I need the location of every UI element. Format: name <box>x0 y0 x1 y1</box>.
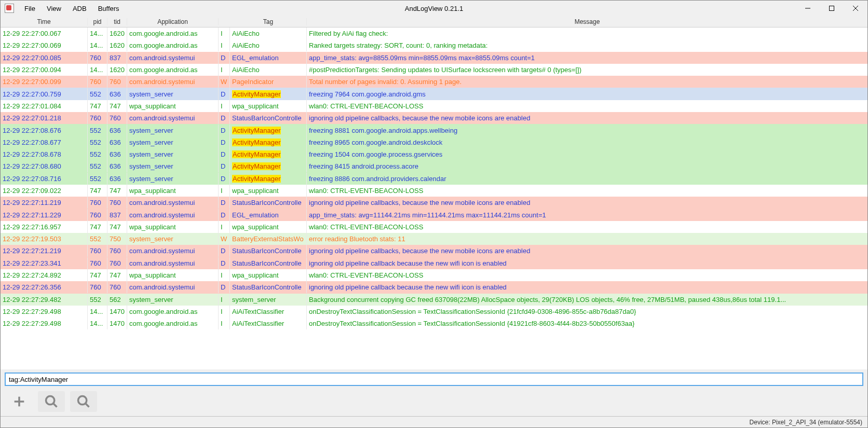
cell-pid: 760 <box>88 209 107 221</box>
title-bar: File View ADB Buffers AndLogView 0.21.1 <box>1 1 867 16</box>
table-row[interactable]: 12-29 22:27:01.218760760com.android.syst… <box>1 112 867 124</box>
cell-pid: 760 <box>88 112 107 124</box>
cell-tag: AiAiTextClassifier <box>230 317 307 329</box>
table-row[interactable]: 12-29 22:27:29.49814...1470com.google.an… <box>1 317 867 329</box>
col-msg[interactable]: Message <box>307 18 867 25</box>
cell-time: 12-29 22:27:23.341 <box>1 257 88 269</box>
cell-msg: app_time_stats: avg=8855.09ms min=8855.0… <box>307 52 867 64</box>
log-rows-container[interactable]: 12-29 22:27:00.06714...1620com.google.an… <box>1 27 867 369</box>
table-row[interactable]: 12-29 22:27:23.341760760com.android.syst… <box>1 257 867 269</box>
cell-level: I <box>219 185 230 197</box>
table-row[interactable]: 12-29 22:27:00.09414...1620com.google.an… <box>1 64 867 76</box>
table-row[interactable]: 12-29 22:27:08.676552636system_serverDAc… <box>1 124 867 136</box>
cell-tag: ActivityManager <box>230 160 307 172</box>
cell-msg: ignoring old pipeline callbacks, because… <box>307 197 867 209</box>
cell-tid: 760 <box>107 245 127 257</box>
table-row[interactable]: 12-29 22:27:09.022747747wpa_supplicantIw… <box>1 185 867 197</box>
cell-tid: 747 <box>107 269 127 281</box>
table-row[interactable]: 12-29 22:27:21.219760760com.android.syst… <box>1 245 867 257</box>
cell-tid: 747 <box>107 185 127 197</box>
cell-level: W <box>219 233 230 245</box>
col-app[interactable]: Application <box>127 18 219 25</box>
cell-pid: 552 <box>88 125 107 136</box>
table-row[interactable]: 12-29 22:27:29.49814...1470com.google.an… <box>1 306 867 317</box>
close-button[interactable] <box>844 1 867 16</box>
cell-time: 12-29 22:27:08.716 <box>1 173 88 185</box>
table-row[interactable]: 12-29 22:27:24.892747747wpa_supplicantIw… <box>1 269 867 281</box>
filter-bar <box>1 369 867 387</box>
cell-pid: 747 <box>88 185 107 197</box>
menu-file[interactable]: File <box>19 3 40 15</box>
cell-tag: ActivityManager <box>230 148 307 160</box>
cell-app: com.google.android.as <box>127 27 219 39</box>
svg-point-8 <box>78 396 87 405</box>
cell-time: 12-29 22:27:00.069 <box>1 39 88 51</box>
cell-tid: 750 <box>107 233 127 245</box>
menu-view[interactable]: View <box>42 3 66 15</box>
cell-time: 12-29 22:27:11.229 <box>1 209 88 221</box>
cell-msg: onDestroyTextClassificationSession = Tex… <box>307 306 867 317</box>
cell-msg: error reading Bluetooth stats: 11 <box>307 233 867 245</box>
cell-app: com.android.systemui <box>127 209 219 221</box>
search-button-2[interactable] <box>70 391 97 412</box>
cell-pid: 747 <box>88 269 107 281</box>
cell-time: 12-29 22:27:08.678 <box>1 148 88 160</box>
cell-time: 12-29 22:27:16.957 <box>1 221 88 233</box>
cell-app: wpa_supplicant <box>127 269 219 281</box>
cell-tag: wpa_supplicant <box>230 100 307 112</box>
col-pid[interactable]: pid <box>88 18 107 25</box>
table-row[interactable]: 12-29 22:27:08.678552636system_serverDAc… <box>1 148 867 160</box>
table-row[interactable]: 12-29 22:27:00.06914...1620com.google.an… <box>1 39 867 51</box>
search-button[interactable] <box>38 391 65 412</box>
table-row[interactable]: 12-29 22:27:08.677552636system_serverDAc… <box>1 136 867 148</box>
add-filter-button[interactable] <box>6 391 33 412</box>
table-row[interactable]: 12-29 22:27:11.229760837com.android.syst… <box>1 209 867 220</box>
cell-pid: 747 <box>88 221 107 233</box>
cell-time: 12-29 22:27:00.067 <box>1 27 88 39</box>
table-row[interactable]: 12-29 22:27:08.716552636system_serverDAc… <box>1 173 867 185</box>
cell-time: 12-29 22:27:29.482 <box>1 294 88 306</box>
col-tid[interactable]: tid <box>107 18 127 25</box>
table-header: Time pid tid Application Tag Message <box>1 16 867 27</box>
table-row[interactable]: 12-29 22:27:29.482552562system_serverIsy… <box>1 294 867 306</box>
minimize-button[interactable] <box>796 1 820 16</box>
cell-tid: 636 <box>107 88 127 100</box>
cell-pid: 760 <box>88 197 107 209</box>
maximize-button[interactable] <box>820 1 844 16</box>
table-row[interactable]: 12-29 22:27:00.099760760com.android.syst… <box>1 76 867 88</box>
cell-time: 12-29 22:27:00.099 <box>1 76 88 88</box>
cell-msg: ignoring old pipeline callbacks, because… <box>307 112 867 124</box>
col-time[interactable]: Time <box>1 18 88 25</box>
toolbar <box>1 387 867 416</box>
svg-rect-1 <box>830 6 834 11</box>
table-row[interactable]: 12-29 22:27:01.084747747wpa_supplicantIw… <box>1 100 867 112</box>
cell-app: wpa_supplicant <box>127 185 219 197</box>
menu-adb[interactable]: ADB <box>67 3 92 15</box>
table-row[interactable]: 12-29 22:27:00.085760837com.android.syst… <box>1 52 867 64</box>
cell-msg: #postPredictionTargets: Sending updates … <box>307 64 867 76</box>
cell-time: 12-29 22:27:21.219 <box>1 245 88 257</box>
col-tag[interactable]: Tag <box>230 18 307 25</box>
status-bar: Device: Pixel_2_API_34 (emulator-5554) <box>1 416 867 427</box>
cell-tag: ActivityManager <box>230 125 307 136</box>
table-row[interactable]: 12-29 22:27:08.680552636system_serverDAc… <box>1 160 867 172</box>
cell-time: 12-29 22:27:00.085 <box>1 52 88 64</box>
table-row[interactable]: 12-29 22:27:00.06714...1620com.google.an… <box>1 27 867 39</box>
cell-time: 12-29 22:27:09.022 <box>1 185 88 197</box>
svg-line-7 <box>53 404 57 407</box>
filter-input[interactable] <box>5 372 863 386</box>
cell-tag: BatteryExternalStatsWo <box>230 233 307 245</box>
table-row[interactable]: 12-29 22:27:19.503552750system_serverWBa… <box>1 233 867 245</box>
cell-app: system_server <box>127 88 219 100</box>
table-row[interactable]: 12-29 22:27:11.219760760com.android.syst… <box>1 197 867 209</box>
table-row[interactable]: 12-29 22:27:00.759552636system_serverDAc… <box>1 88 867 100</box>
cell-msg: freezing 8965 com.google.android.deskclo… <box>307 136 867 148</box>
cell-msg: freezing 8886 com.android.providers.cale… <box>307 173 867 185</box>
table-row[interactable]: 12-29 22:27:16.957747747wpa_supplicantIw… <box>1 221 867 233</box>
cell-app: system_server <box>127 160 219 172</box>
table-row[interactable]: 12-29 22:27:26.356760760com.android.syst… <box>1 281 867 293</box>
cell-level: D <box>219 136 230 148</box>
menu-buffers[interactable]: Buffers <box>93 3 125 15</box>
window-title: AndLogView 0.21.1 <box>1 5 867 12</box>
cell-level: D <box>219 197 230 209</box>
